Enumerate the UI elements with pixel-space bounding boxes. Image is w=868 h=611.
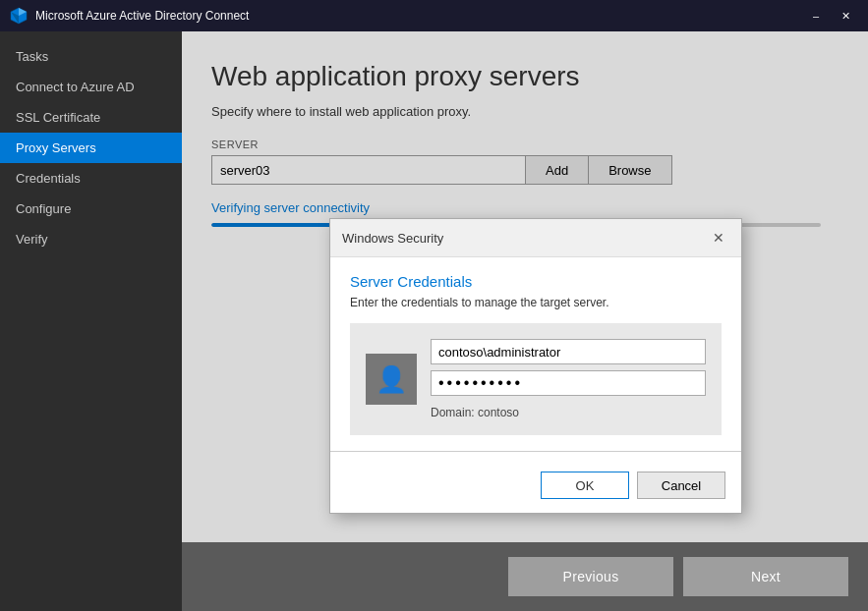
close-button[interactable]: ✕	[833, 6, 858, 26]
credentials-fields: Domain: contoso	[431, 339, 706, 419]
app-window: Microsoft Azure Active Directory Connect…	[0, 0, 868, 611]
minimize-button[interactable]: –	[803, 6, 829, 26]
user-icon: 👤	[376, 364, 407, 395]
username-field[interactable]	[431, 339, 706, 364]
sidebar-item-ssl-cert[interactable]: SSL Certificate	[0, 102, 182, 133]
title-bar: Microsoft Azure Active Directory Connect…	[0, 0, 868, 31]
sidebar-item-configure[interactable]: Configure	[0, 194, 182, 224]
window-controls: – ✕	[803, 6, 858, 26]
previous-button[interactable]: Previous	[508, 557, 673, 596]
avatar: 👤	[366, 354, 417, 405]
content-area: Web application proxy servers Specify wh…	[182, 31, 868, 542]
password-field[interactable]	[431, 370, 706, 396]
sidebar-item-tasks[interactable]: Tasks	[0, 41, 182, 72]
dialog-separator	[330, 451, 741, 452]
content-body: Web application proxy servers Specify wh…	[182, 31, 868, 542]
next-button[interactable]: Next	[683, 557, 848, 596]
dialog-heading: Server Credentials	[350, 273, 722, 290]
dialog-title: Windows Security	[342, 231, 443, 246]
sidebar-item-proxy-servers[interactable]: Proxy Servers	[0, 133, 182, 163]
sidebar-item-connect-azure[interactable]: Connect to Azure AD	[0, 72, 182, 102]
windows-security-dialog: Windows Security ✕ Server Credentials En…	[329, 218, 742, 514]
dialog-footer: OK Cancel	[330, 462, 741, 513]
dialog-body: Server Credentials Enter the credentials…	[330, 257, 741, 451]
dialog-title-bar: Windows Security ✕	[330, 219, 741, 257]
bottom-bar: Previous Next	[182, 542, 868, 611]
dialog-content-row: 👤 Domain: contoso	[350, 323, 722, 435]
sidebar-item-credentials[interactable]: Credentials	[0, 163, 182, 194]
main-area: Tasks Connect to Azure AD SSL Certificat…	[0, 31, 868, 611]
app-title: Microsoft Azure Active Directory Connect	[35, 9, 803, 23]
ok-button[interactable]: OK	[541, 472, 629, 499]
sidebar-item-verify[interactable]: Verify	[0, 224, 182, 254]
sidebar: Tasks Connect to Azure AD SSL Certificat…	[0, 31, 182, 611]
dialog-close-button[interactable]: ✕	[708, 227, 729, 249]
dialog-overlay: Windows Security ✕ Server Credentials En…	[182, 31, 868, 542]
app-icon	[10, 7, 28, 25]
domain-text: Domain: contoso	[431, 406, 706, 419]
cancel-button[interactable]: Cancel	[637, 472, 725, 499]
dialog-description: Enter the credentials to manage the targ…	[350, 296, 722, 309]
